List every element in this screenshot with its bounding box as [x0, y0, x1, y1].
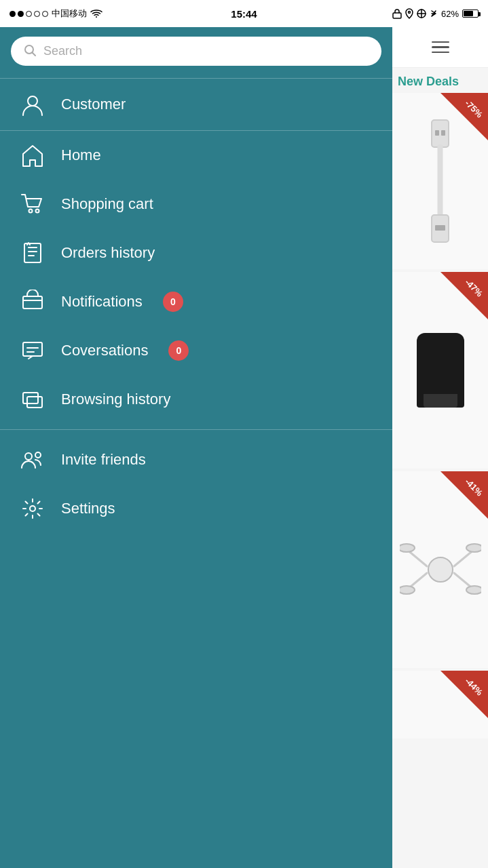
- svg-rect-9: [24, 243, 41, 262]
- svg-rect-10: [23, 296, 42, 309]
- settings-icon: [19, 495, 46, 522]
- browsing-icon: [19, 386, 46, 413]
- home-icon: [19, 142, 46, 169]
- dot-2: [18, 11, 24, 17]
- notifications-icon: [19, 288, 46, 315]
- status-bar: 中国移动 15:44 62%: [0, 0, 488, 27]
- svg-point-25: [428, 557, 453, 582]
- dot-4: [34, 11, 40, 17]
- lock-icon: [392, 8, 402, 19]
- discount-badge-drone: -41%: [440, 471, 488, 519]
- dot-1: [10, 11, 16, 17]
- right-panel: New Deals -75%: [392, 27, 488, 868]
- bluetooth-icon: [430, 8, 438, 19]
- search-bar[interactable]: Search: [11, 37, 381, 66]
- svg-point-32: [400, 586, 415, 594]
- signal-dots: [10, 11, 48, 17]
- notifications-label: Notifications: [61, 293, 143, 311]
- discount-badge-headphone: -47%: [440, 272, 488, 319]
- product-cards: -75% -47%: [392, 93, 488, 738]
- sidebar-item-shopping-cart[interactable]: Shopping cart: [0, 180, 392, 229]
- discount-badge-other: -44%: [440, 671, 488, 718]
- sidebar-item-home[interactable]: Home: [0, 131, 392, 180]
- svg-rect-14: [23, 393, 38, 403]
- search-placeholder: Search: [43, 44, 82, 58]
- hamburger-line-2: [432, 46, 449, 48]
- dot-3: [26, 11, 32, 17]
- status-time: 15:44: [231, 8, 257, 20]
- conversations-badge: 0: [168, 340, 189, 361]
- svg-point-30: [400, 544, 415, 552]
- sidebar-item-conversations[interactable]: Coversations 0: [0, 326, 392, 375]
- sidebar-item-orders-history[interactable]: Orders history: [0, 229, 392, 277]
- hamburger-line-3: [432, 52, 449, 54]
- orders-icon: [19, 239, 46, 267]
- notifications-badge: 0: [163, 292, 183, 312]
- svg-point-31: [466, 544, 481, 552]
- main-layout: Search Customer: [0, 27, 488, 868]
- battery-icon: [462, 9, 478, 18]
- hamburger-line-1: [432, 41, 449, 43]
- svg-point-8: [36, 210, 39, 213]
- cart-icon: [19, 191, 46, 218]
- hamburger-icon[interactable]: [432, 41, 449, 54]
- settings-label: Settings: [61, 500, 115, 517]
- product-card-headphone[interactable]: -47%: [392, 272, 488, 469]
- sidebar-item-customer[interactable]: Customer: [0, 79, 392, 130]
- svg-rect-20: [435, 130, 439, 136]
- cart-label: Shopping cart: [61, 195, 153, 213]
- search-bar-wrap: Search: [0, 27, 392, 78]
- svg-point-16: [25, 453, 32, 460]
- search-icon: [23, 43, 37, 59]
- svg-point-0: [96, 16, 97, 18]
- customer-icon: [19, 91, 46, 118]
- sidebar-item-browsing-history[interactable]: Browsing history: [0, 375, 392, 424]
- wifi-icon: [90, 9, 102, 18]
- conversations-icon: [19, 337, 46, 364]
- vpn-icon: [417, 9, 426, 18]
- invite-friends-label: Invite friends: [61, 451, 146, 469]
- status-left: 中国移动: [10, 7, 102, 20]
- svg-point-18: [30, 506, 35, 511]
- customer-label: Customer: [61, 96, 126, 113]
- svg-rect-1: [393, 13, 401, 18]
- drone-product-image: [400, 536, 481, 604]
- home-label: Home: [61, 146, 101, 164]
- nav-items: Home Shopping cart: [0, 131, 392, 868]
- svg-point-7: [29, 210, 33, 213]
- svg-rect-11: [23, 342, 42, 356]
- svg-line-5: [33, 53, 36, 56]
- invite-icon: [19, 446, 46, 473]
- svg-rect-24: [435, 225, 445, 231]
- headphone-product-image: [417, 333, 464, 408]
- carrier-label: 中国移动: [52, 7, 87, 20]
- sidebar-item-notifications[interactable]: Notifications 0: [0, 277, 392, 326]
- svg-point-17: [35, 452, 41, 458]
- status-right: 62%: [392, 8, 478, 19]
- conversations-label: Coversations: [61, 342, 148, 359]
- battery-percent: 62%: [441, 9, 459, 19]
- right-header: [392, 27, 488, 68]
- sidebar-item-invite-friends[interactable]: Invite friends: [0, 435, 392, 484]
- svg-point-33: [466, 586, 481, 594]
- section-divider: [0, 429, 392, 430]
- discount-badge-cable: -75%: [440, 93, 488, 140]
- sidebar-item-settings[interactable]: Settings: [0, 484, 392, 533]
- sidebar: Search Customer: [0, 27, 392, 868]
- product-card-cable[interactable]: -75%: [392, 93, 488, 269]
- browsing-label: Browsing history: [61, 391, 170, 408]
- svg-point-6: [28, 96, 37, 106]
- svg-point-2: [408, 12, 410, 14]
- new-deals-label: New Deals: [392, 68, 488, 93]
- location-icon: [405, 8, 413, 19]
- product-card-other[interactable]: -44%: [392, 671, 488, 738]
- orders-label: Orders history: [61, 244, 155, 262]
- dot-5: [42, 11, 48, 17]
- svg-rect-15: [27, 397, 42, 408]
- product-card-drone[interactable]: -41%: [392, 471, 488, 668]
